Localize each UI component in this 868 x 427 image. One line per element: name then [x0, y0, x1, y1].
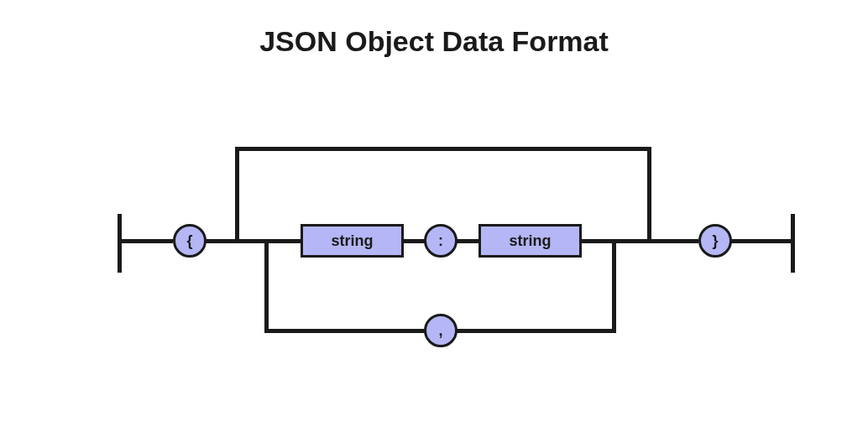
rail-segment — [235, 147, 651, 151]
rail-segment — [118, 239, 173, 243]
rail-segment — [455, 329, 616, 333]
rail-segment — [264, 329, 426, 333]
rail-segment — [455, 239, 479, 243]
token-comma: , — [424, 314, 458, 347]
rail-segment — [612, 239, 616, 333]
rail-start-terminal — [118, 214, 122, 273]
rail-segment — [581, 239, 698, 243]
token-string-value: string — [478, 224, 582, 258]
token-close-brace: } — [698, 224, 732, 258]
rail-segment — [201, 239, 301, 243]
railroad-diagram: { string : string } , — [0, 126, 868, 394]
diagram-title: JSON Object Data Format — [0, 25, 868, 58]
rail-segment — [730, 239, 793, 243]
token-open-brace: { — [173, 224, 207, 258]
rail-segment — [401, 239, 426, 243]
rail-segment — [264, 239, 269, 333]
rail-segment — [235, 147, 239, 242]
rail-end-terminal — [791, 214, 795, 273]
rail-segment — [647, 147, 651, 242]
token-string-key: string — [301, 224, 404, 258]
token-colon: : — [424, 224, 458, 258]
